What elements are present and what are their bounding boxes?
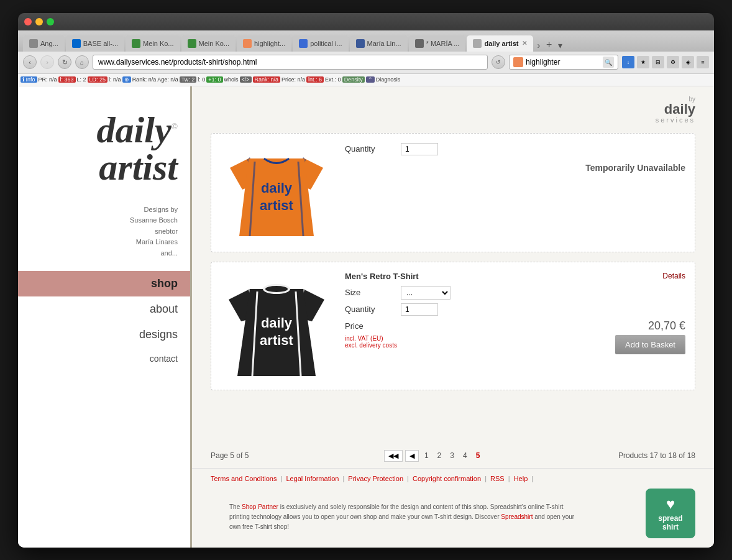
nav-about[interactable]: about <box>18 296 190 322</box>
page-3[interactable]: 3 <box>447 450 457 461</box>
tab-bar: Ang... BASE all-... Mein Ko... Mein Ko..… <box>18 30 714 52</box>
tab-label: Ang... <box>40 40 58 47</box>
tab-mein1[interactable]: Mein Ko... <box>126 35 180 52</box>
tab-favicon <box>473 39 482 48</box>
spreadshirt-link[interactable]: Spreadshirt <box>501 513 533 520</box>
product-card-2: daily artist Men's Retro T-Shirt Details… <box>211 262 695 390</box>
price-value: 20,70 € <box>648 319 685 333</box>
bookmark-star-icon[interactable]: ★ <box>637 56 649 68</box>
products-area: daily artist Quantity Temporarily Unava <box>192 127 714 444</box>
forward-button[interactable]: › <box>40 55 54 69</box>
tab-political[interactable]: political i... <box>293 35 348 52</box>
shirt-text: shirt <box>662 523 679 531</box>
tab-ang[interactable]: Ang... <box>23 35 65 52</box>
svg-text:daily: daily <box>261 315 293 331</box>
price-row: Price 20,70 € <box>345 319 685 333</box>
close-button[interactable] <box>24 18 32 25</box>
tab-label: Mein Ko... <box>143 40 174 47</box>
tab-forward-icon[interactable]: › <box>534 39 542 52</box>
tab-mein2[interactable]: Mein Ko... <box>181 35 236 52</box>
footer-terms[interactable]: Terms and Conditions <box>211 475 277 482</box>
logo-line1: daily <box>97 109 172 150</box>
page-nav: ◀◀ ◀ 1 2 3 4 5 <box>384 450 483 462</box>
gear-icon[interactable]: ⚙ <box>667 56 679 68</box>
product-image-1: daily artist <box>221 143 332 242</box>
footer-help[interactable]: Help <box>514 475 528 482</box>
search-box: 🔍 <box>509 55 618 70</box>
menu-icon[interactable]: ≡ <box>697 56 709 68</box>
bookmarks-icon[interactable]: ⊟ <box>652 56 664 68</box>
seo-info: ℹ Info <box>21 76 37 83</box>
tab-base[interactable]: BASE all-... <box>66 35 124 52</box>
tshirt-black-svg: daily artist <box>224 272 329 380</box>
right-panel: by daily services <box>192 86 714 548</box>
footer-copyright[interactable]: Copyright confirmation <box>413 475 481 482</box>
search-submit-icon[interactable]: 🔍 <box>603 57 614 68</box>
spread-text: spread <box>658 514 682 523</box>
quantity-label-2: Quantity <box>345 305 395 314</box>
svg-text:artist: artist <box>260 333 293 348</box>
maximize-button[interactable] <box>47 18 54 25</box>
sidebar-nav: shop about designs contact <box>18 271 190 370</box>
services-text: services <box>656 116 695 124</box>
minimize-button[interactable] <box>35 18 43 25</box>
size-label: Size <box>345 288 395 297</box>
footer-rss[interactable]: RSS <box>490 475 505 482</box>
tab-favicon <box>72 39 81 48</box>
logo-copyright: © <box>172 122 178 131</box>
tab-label: daily artist <box>484 40 518 47</box>
nav-designs[interactable]: designs <box>18 322 190 347</box>
page-1[interactable]: 1 <box>421 450 432 461</box>
traffic-lights <box>24 18 54 25</box>
logo-line2: artist <box>99 147 178 188</box>
tab-close-icon[interactable]: ✕ <box>522 40 527 47</box>
delivery-text: excl. delivery costs <box>345 342 397 349</box>
download-icon[interactable]: ↓ <box>622 56 634 68</box>
nav-shop[interactable]: shop <box>18 271 190 296</box>
sidebar-description: Designs bySusanne BoschsnebtorMaría Lina… <box>18 198 190 265</box>
tab-menu-icon[interactable]: ▾ <box>556 39 565 52</box>
products-count: Products 17 to 18 of 18 <box>618 451 695 460</box>
quantity-input-2[interactable] <box>401 303 438 316</box>
new-tab-button[interactable]: + <box>544 38 554 52</box>
search-input[interactable] <box>526 58 600 67</box>
address-bar: ‹ › ↻ ⌂ ↺ 🔍 ↓ ★ ⊟ ⚙ ◈ ≡ <box>18 52 714 74</box>
tab-favicon <box>356 39 365 48</box>
home-button[interactable]: ⌂ <box>75 55 89 69</box>
prev-page-button[interactable]: ◀ <box>405 450 419 462</box>
first-page-button[interactable]: ◀◀ <box>384 450 403 462</box>
tab-label: BASE all-... <box>83 40 118 47</box>
footer-privacy[interactable]: Privacy Protection <box>348 475 403 482</box>
add-basket-button[interactable]: Add to Basket <box>615 335 685 354</box>
page-5[interactable]: 5 <box>473 450 483 461</box>
product-card-1: daily artist Quantity Temporarily Unava <box>211 133 695 252</box>
size-row: Size ... S M L XL XXL <box>345 286 685 300</box>
nav-contact[interactable]: contact <box>18 347 190 370</box>
address-input[interactable] <box>93 55 488 70</box>
page-text: Page 5 of 5 <box>211 451 249 460</box>
svg-point-5 <box>265 286 288 292</box>
back-button[interactable]: ‹ <box>23 55 37 69</box>
shop-partner-link[interactable]: Shop Partner <box>242 503 278 510</box>
details-link[interactable]: Details <box>662 272 685 280</box>
tab-maria-star[interactable]: * MARÍA ... <box>409 35 466 52</box>
spreadshirt-logo[interactable]: ♥ spread shirt <box>646 489 695 538</box>
footer-legal[interactable]: Legal Information <box>286 475 339 482</box>
tab-highlighter[interactable]: highlight... <box>237 35 291 52</box>
tab-daily-artist[interactable]: daily artist ✕ <box>467 35 533 52</box>
quantity-label-1: Quantity <box>345 144 395 154</box>
tab-favicon <box>132 39 140 48</box>
vat-text: incl. VAT (EU) <box>345 335 397 342</box>
tab-maria-lin[interactable]: María Lin... <box>350 35 408 52</box>
size-select[interactable]: ... S M L XL XXL <box>401 286 451 300</box>
extension-icon[interactable]: ◈ <box>682 56 694 68</box>
tab-label: highlight... <box>254 40 285 47</box>
quantity-row-1: Quantity <box>345 143 685 155</box>
reload-button[interactable]: ↻ <box>58 55 71 69</box>
toolbar-icons: ↓ ★ ⊟ ⚙ ◈ ≡ <box>622 56 709 68</box>
page-2[interactable]: 2 <box>434 450 445 461</box>
page-4[interactable]: 4 <box>460 450 470 461</box>
quantity-input-1[interactable] <box>401 143 438 155</box>
tab-favicon <box>299 39 308 48</box>
refresh-icon[interactable]: ↺ <box>492 55 505 69</box>
